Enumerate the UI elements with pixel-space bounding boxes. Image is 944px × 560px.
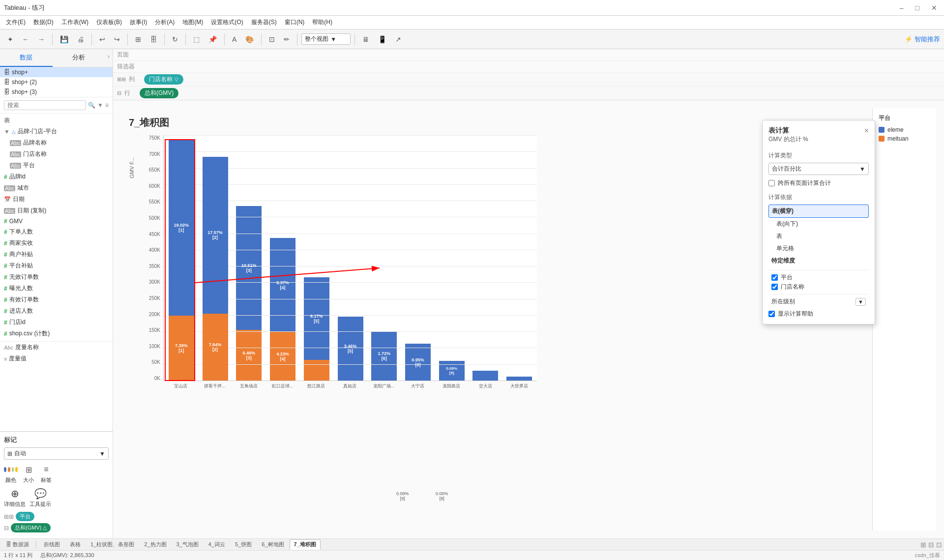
- toolbar-font-btn[interactable]: A: [229, 33, 240, 46]
- option-table-across[interactable]: 表(横穿): [768, 205, 869, 218]
- tab-stacked[interactable]: 7_堆积图: [290, 539, 321, 550]
- search-icon[interactable]: 🔍: [88, 102, 95, 109]
- ds-shop-plus[interactable]: 🗄 shop+: [0, 67, 113, 77]
- show-helper-checkbox[interactable]: [768, 311, 775, 317]
- toolbar-present-btn[interactable]: 🖥: [359, 33, 373, 46]
- menu-help[interactable]: 帮助(H): [308, 16, 336, 29]
- view-dropdown[interactable]: 整个视图 ▼: [301, 33, 351, 45]
- marks-tooltip-btn[interactable]: 💬 工具提示: [30, 488, 51, 508]
- columns-pill[interactable]: 门店名称 ▽: [144, 74, 183, 85]
- option-table-down[interactable]: 表(向下): [768, 218, 869, 230]
- filter-icon[interactable]: ▼: [97, 102, 103, 109]
- toolbar-share-btn[interactable]: ↗: [392, 33, 405, 46]
- left-panel-close[interactable]: ›: [105, 49, 113, 67]
- popup-close-btn[interactable]: ×: [864, 126, 869, 135]
- tab-analysis[interactable]: 分析: [53, 49, 105, 67]
- menu-format[interactable]: 设置格式(O): [207, 16, 247, 29]
- tab-heatmap[interactable]: 2_热力图: [140, 539, 171, 550]
- menu-server[interactable]: 服务器(S): [247, 16, 281, 29]
- option-table[interactable]: 表: [768, 230, 869, 242]
- option-cell[interactable]: 单元格: [768, 242, 869, 255]
- menu-story[interactable]: 故事(I): [126, 16, 151, 29]
- field-date-copy[interactable]: Abc 日期 (复制): [0, 205, 113, 216]
- toolbar-back-btn[interactable]: ←: [19, 33, 32, 46]
- datasource-tab[interactable]: 🗄 数据源: [2, 540, 33, 549]
- field-merchant-income[interactable]: # 商家实收: [0, 237, 113, 249]
- tab-add-dashboard-icon[interactable]: ⊟: [928, 541, 934, 549]
- tab-add-story-icon[interactable]: ⊡: [936, 541, 942, 549]
- toolbar-home-btn[interactable]: ✦: [4, 33, 17, 46]
- field-valid-orders[interactable]: # 有效订单数: [0, 294, 113, 305]
- menu-window[interactable]: 窗口(N): [281, 16, 309, 29]
- field-invalid-orders[interactable]: # 无效订单数: [0, 271, 113, 283]
- tab-table[interactable]: 表格: [65, 539, 85, 550]
- field-date[interactable]: 📅 日期: [0, 194, 113, 205]
- tab-add-sheet-icon[interactable]: ⊞: [920, 541, 926, 549]
- field-shop-id[interactable]: # 门店id: [0, 317, 113, 328]
- field-measure-name[interactable]: Abc 度量名称: [0, 342, 113, 353]
- toolbar-forward-btn[interactable]: →: [34, 33, 48, 46]
- field-exposure[interactable]: # 曝光人数: [0, 283, 113, 294]
- field-shop-count[interactable]: # shop.csv (计数): [0, 328, 113, 339]
- marks-color-btn[interactable]: 颜色: [4, 464, 18, 484]
- field-platform[interactable]: Abc 平台: [0, 160, 113, 171]
- pill-gmv[interactable]: 总和(GMV) △: [11, 523, 51, 532]
- toolbar-new-ds-btn[interactable]: ⊞: [132, 33, 145, 46]
- tab-linechart[interactable]: 折线图: [39, 539, 64, 550]
- toolbar-annotate-btn[interactable]: ✏: [280, 33, 293, 46]
- field-platform-sub[interactable]: # 平台补贴: [0, 260, 113, 271]
- dim-platform-checkbox[interactable]: [771, 274, 778, 281]
- rows-pill[interactable]: 总和(GMV): [140, 88, 178, 98]
- search-input[interactable]: [4, 100, 86, 110]
- toolbar-color-btn[interactable]: 🎨: [242, 33, 257, 46]
- tab-wordcloud[interactable]: 4_词云: [204, 539, 230, 550]
- toolbar-refresh-btn[interactable]: ↻: [169, 33, 181, 46]
- tab-data[interactable]: 数据: [0, 49, 53, 67]
- dim-shopname-checkbox[interactable]: [771, 284, 778, 290]
- field-city[interactable]: Abc 城市: [0, 182, 113, 194]
- smart-rec-btn[interactable]: ⚡ 智能推荐: [905, 35, 940, 44]
- tab-bubble[interactable]: 3_气泡图: [172, 539, 203, 550]
- menu-worksheet[interactable]: 工作表(W): [58, 16, 92, 29]
- menu-data[interactable]: 数据(D): [30, 16, 58, 29]
- marks-detail-btn[interactable]: ⊕ 详细信息: [4, 488, 26, 508]
- menu-map[interactable]: 地图(M): [178, 16, 207, 29]
- toolbar-highlight-btn[interactable]: ⊡: [266, 33, 278, 46]
- toolbar-print-btn[interactable]: 🖨: [74, 33, 88, 46]
- field-merchant-sub[interactable]: # 商户补贴: [0, 249, 113, 260]
- field-brand-id[interactable]: # 品牌id: [0, 171, 113, 182]
- auto-dropdown[interactable]: ⊞ 自动 ▼: [4, 447, 109, 460]
- marks-label-btn[interactable]: ≡ 标签: [39, 464, 53, 484]
- menu-file[interactable]: 文件(E): [2, 16, 30, 29]
- menu-analysis[interactable]: 分析(A): [151, 16, 178, 29]
- toolbar-redo-btn[interactable]: ↪: [111, 33, 123, 46]
- field-measure-value[interactable]: ≡ 度量值: [0, 353, 113, 364]
- ds-shop-plus-3[interactable]: 🗄 shop+ (3): [0, 87, 113, 97]
- close-btn[interactable]: ✕: [928, 3, 940, 13]
- list-icon[interactable]: ≡: [105, 102, 109, 109]
- field-shop-name[interactable]: Abc 门店名称: [0, 148, 113, 160]
- field-orders[interactable]: # 下单人数: [0, 226, 113, 237]
- field-visitors[interactable]: # 进店人数: [0, 305, 113, 317]
- maximize-btn[interactable]: □: [913, 3, 922, 13]
- field-brand-name[interactable]: Abc 品牌名称: [0, 137, 113, 148]
- toolbar-undo-btn[interactable]: ↩: [96, 33, 109, 46]
- minimize-btn[interactable]: –: [897, 3, 907, 13]
- field-gmv[interactable]: # GMV: [0, 216, 113, 226]
- pill-platform[interactable]: 平台: [16, 512, 34, 521]
- tab-pie[interactable]: 5_饼图: [231, 539, 256, 550]
- menu-dashboard[interactable]: 仪表板(B): [92, 16, 126, 29]
- toolbar-fix-btn[interactable]: 📌: [205, 33, 220, 46]
- calc-type-dropdown[interactable]: 合计百分比 ▼: [768, 163, 869, 175]
- toolbar-device-btn[interactable]: 📱: [375, 33, 390, 46]
- level-dropdown[interactable]: ▼: [856, 298, 866, 306]
- cross-pages-checkbox[interactable]: [768, 180, 775, 186]
- marks-size-btn[interactable]: ⊞ 大小: [22, 464, 35, 484]
- ds-shop-plus-2[interactable]: 🗄 shop+ (2): [0, 77, 113, 87]
- toolbar-fit-btn[interactable]: ⬚: [190, 33, 203, 46]
- field-brand-group[interactable]: ▼ △ 品牌-门店-平台: [0, 126, 113, 137]
- tab-bar[interactable]: 1_柱状图、条形图: [86, 539, 139, 550]
- toolbar-save-btn[interactable]: 💾: [57, 33, 72, 46]
- toolbar-datasource-btn[interactable]: 🗄: [147, 33, 160, 46]
- tab-treemap[interactable]: 6_树地图: [257, 539, 288, 550]
